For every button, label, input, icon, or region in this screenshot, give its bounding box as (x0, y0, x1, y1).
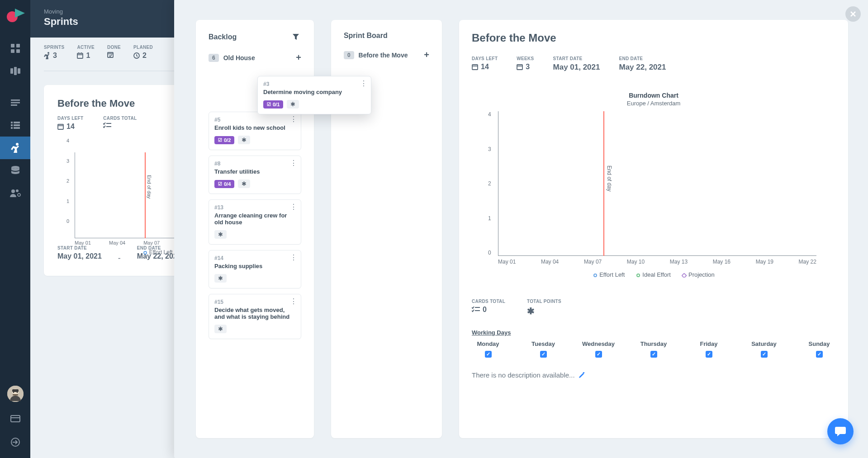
calendar-icon (77, 52, 83, 59)
svg-point-19 (11, 189, 15, 193)
svg-rect-42 (106, 126, 111, 127)
group-name: Before the Move (359, 52, 420, 59)
card-menu-button[interactable]: ⋮ (290, 254, 297, 261)
star-badge: ✱ (214, 274, 227, 283)
svg-rect-10 (11, 104, 17, 106)
card-id: #8 (214, 161, 295, 167)
backlog-card[interactable]: ⋮ #14 Packing supplies ✱ (209, 250, 301, 288)
filter-icon (293, 34, 299, 40)
add-card-button[interactable]: + (424, 50, 429, 60)
description-placeholder: There is no description available... (472, 371, 575, 379)
tasks-badge: ☑0/2 (214, 136, 234, 144)
nav-database[interactable] (0, 159, 30, 182)
page-title: Sprints (44, 16, 161, 28)
today-label: End of day (606, 165, 612, 191)
pencil-icon (579, 372, 585, 378)
backlog-title: Backlog (209, 33, 237, 41)
svg-rect-3 (11, 49, 14, 53)
nav-boards[interactable] (0, 60, 30, 82)
card-title: Decide what gets moved, and what is stay… (214, 307, 295, 320)
nav-list[interactable] (0, 114, 30, 137)
svg-rect-54 (475, 307, 480, 308)
working-days-row: Monday Tuesday Wednesday Thursday Friday… (472, 340, 835, 358)
svg-rect-9 (11, 102, 20, 104)
chat-fab[interactable] (827, 418, 854, 444)
backlog-card[interactable]: ⋮ #15 Decide what gets moved, and what i… (209, 294, 301, 339)
svg-point-52 (637, 274, 640, 277)
svg-rect-2 (16, 44, 20, 47)
group-count-badge: 0 (344, 51, 354, 59)
nav-billing[interactable] (0, 412, 30, 425)
svg-rect-6 (14, 67, 17, 75)
calendar-check-icon (107, 52, 114, 58)
card-title: Transfer utilities (214, 168, 295, 175)
group-name: Old House (223, 54, 292, 61)
working-days-title: Working Days (472, 329, 835, 336)
running-icon (44, 52, 50, 59)
filter-button[interactable] (290, 32, 301, 42)
backlog-card-dragging[interactable]: ⋮ #3 Determine moving company ☑0/1 ✱ (257, 76, 371, 114)
card-id: #3 (263, 81, 365, 87)
svg-rect-1 (11, 44, 14, 47)
calendar-icon (57, 123, 64, 130)
app-logo[interactable] (6, 5, 25, 24)
day-checkbox[interactable] (540, 351, 547, 358)
sprint-group-header[interactable]: 0 Before the Move + (344, 50, 429, 60)
tasks-badge: ☑0/1 (263, 100, 283, 109)
svg-point-25 (13, 392, 14, 393)
metric-label: ACTIVE (77, 45, 94, 50)
mini-burndown-chart: Burndown Europe 43210 End of day May 01 … (71, 138, 174, 237)
day-checkbox[interactable] (595, 351, 602, 358)
nav-logout[interactable] (0, 435, 30, 449)
nav-sprints[interactable] (0, 137, 30, 159)
card-menu-button[interactable]: ⋮ (290, 203, 297, 211)
card-id: #13 (214, 204, 295, 211)
day-checkbox[interactable] (485, 351, 492, 358)
close-button[interactable] (845, 6, 861, 22)
card-id: #5 (214, 117, 295, 123)
star-badge: ✱ (238, 136, 250, 144)
chat-icon (835, 426, 846, 437)
svg-rect-41 (106, 123, 111, 124)
svg-rect-39 (58, 124, 63, 129)
nav-team[interactable] (0, 182, 30, 204)
detail-title: Before the Move (472, 32, 835, 44)
burndown-chart: Burndown Chart Europe / Amsterdam 4 3 2 … (472, 84, 835, 286)
svg-point-51 (594, 274, 597, 277)
nav-lines[interactable] (0, 91, 30, 114)
backlog-card[interactable]: ⋮ #5 Enroll kids to new school ☑0/2 ✱ (209, 112, 301, 150)
add-card-button[interactable]: + (296, 52, 301, 63)
edit-description-button[interactable] (579, 372, 585, 378)
day-checkbox[interactable] (706, 351, 712, 358)
day-checkbox[interactable] (761, 351, 768, 358)
backlog-card[interactable]: ⋮ #13 Arrange cleaning crew for old hous… (209, 199, 301, 245)
nav-dashboard[interactable] (0, 37, 30, 60)
group-count-badge: 6 (209, 54, 219, 62)
card-menu-button[interactable]: ⋮ (360, 80, 367, 87)
svg-rect-16 (14, 127, 20, 129)
star-badge: ✱ (214, 230, 227, 239)
svg-rect-55 (475, 310, 480, 311)
svg-rect-49 (517, 65, 522, 70)
sprint-name: Before the Move (57, 98, 174, 109)
tasks-badge: ☑0/4 (214, 180, 234, 188)
backlog-group-header[interactable]: 6 Old House + (209, 52, 301, 63)
card-id: #14 (214, 255, 295, 261)
svg-rect-12 (14, 122, 20, 123)
day-checkbox[interactable] (816, 351, 823, 358)
card-menu-button[interactable]: ⋮ (290, 160, 297, 167)
sprint-summary-card[interactable]: Before the Move DAYS LEFT 14 CARDS TOTAL… (44, 85, 174, 276)
svg-rect-4 (16, 49, 20, 53)
summary-metrics: SPRINTS 3 ACTIVE 1 DONE PLANED 2 (44, 45, 174, 71)
backlog-card[interactable]: ⋮ #8 Transfer utilities ☑0/4 ✱ (209, 156, 301, 194)
user-avatar[interactable] (7, 386, 24, 402)
card-menu-button[interactable]: ⋮ (290, 116, 297, 123)
checklist-icon (472, 307, 480, 313)
day-checkbox[interactable] (650, 351, 657, 358)
svg-rect-15 (11, 127, 13, 129)
card-menu-button[interactable]: ⋮ (290, 298, 297, 305)
card-title: Determine moving company (263, 89, 365, 95)
star-badge: ✱ (238, 179, 250, 188)
today-marker (603, 111, 604, 256)
sprint-board-title: Sprint Board (344, 32, 388, 40)
